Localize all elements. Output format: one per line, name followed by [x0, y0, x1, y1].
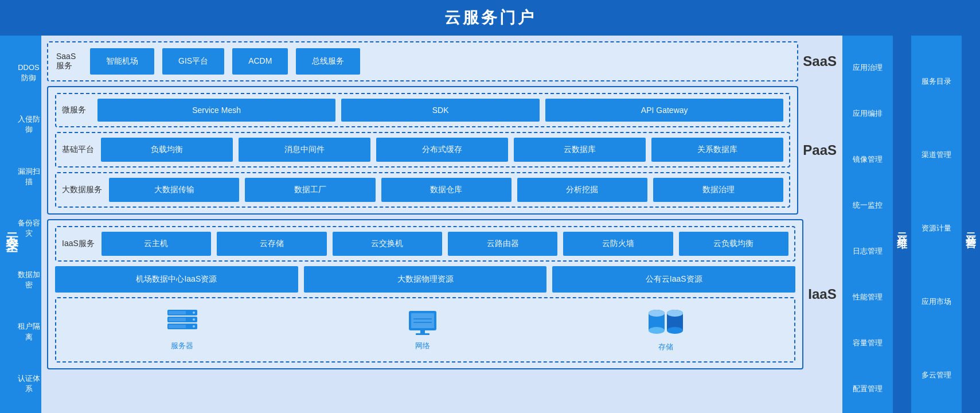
- iaas-service-label: IaaS服务: [62, 239, 95, 249]
- center-area: SaaS服务 智能机场 GIS平台 ACDM 总线服务 SaaS 微服务: [41, 36, 842, 413]
- svg-rect-10: [411, 313, 434, 328]
- yunwei-item-image-mgmt: 镜像管理: [853, 154, 883, 165]
- msg-middleware-item: 消息中间件: [239, 138, 370, 162]
- base-platform-row: 基础平台 负载均衡 消息中间件 分布式缓存 云数据库 关系数据库: [55, 132, 790, 167]
- yunyings-title: 云运营: [964, 225, 978, 232]
- bigdata-physical-resource: 大数据物理资源: [304, 266, 547, 293]
- yunwei-title-panel: 云运维: [893, 36, 911, 413]
- svg-point-4: [193, 318, 195, 321]
- cloud-host-item: 云主机: [101, 232, 211, 256]
- public-cloud-resource: 公有云IaaS资源: [552, 266, 795, 293]
- network-label: 网络: [415, 341, 430, 351]
- yunwei-item-config-mgmt: 配置管理: [853, 384, 883, 394]
- data-warehouse-item: 数据仓库: [381, 178, 512, 202]
- iaas-wrapper: IaaS服务 云主机 云存储 云交换机 云路由器 云防火墙 云负载均衡 机场数据…: [47, 219, 837, 369]
- security-title: 云安全: [3, 223, 21, 233]
- yunwei-item-unified-monitor: 统一监控: [853, 200, 883, 211]
- svg-rect-8: [169, 325, 186, 328]
- storage-icon: [645, 307, 686, 337]
- api-gateway-item: API Gateway: [545, 99, 783, 122]
- bigdata-row: 大数据服务 大数据传输 数据工厂 数据仓库 分析挖掘 数据治理: [55, 172, 790, 208]
- data-factory-item: 数据工厂: [245, 178, 375, 202]
- bigdata-items: 大数据传输 数据工厂 数据仓库 分析挖掘 数据治理: [109, 178, 783, 202]
- main-layout: 云安全 DDOS防御 入侵防御 漏洞扫描 备份容灾 数据加密 租户隔离 认证体系…: [0, 36, 980, 413]
- security-item-intrusion: 入侵防御: [16, 114, 41, 135]
- iaas-top-items: 云主机 云存储 云交换机 云路由器 云防火墙 云负载均衡: [101, 232, 788, 256]
- saas-items: 智能机场 GIS平台 ACDM 总线服务: [90, 48, 789, 75]
- airport-dc-resource: 机场数据中心IaaS资源: [55, 266, 298, 293]
- yunyings-item-app-market: 应用市场: [922, 297, 951, 307]
- cloud-firewall-item: 云防火墙: [563, 232, 673, 256]
- network-icon-item: 网络: [404, 309, 441, 351]
- iaas-resource-row: 机场数据中心IaaS资源 大数据物理资源 公有云IaaS资源: [55, 266, 795, 293]
- yunyings-item-service-catalog: 服务目录: [922, 76, 951, 87]
- yunwei-item-log-mgmt: 日志管理: [853, 246, 883, 256]
- paas-label: PaaS: [803, 142, 837, 158]
- paas-wrapper: 微服务 Service Mesh SDK API Gateway 基础平台 负载…: [47, 86, 837, 215]
- bigdata-transfer-item: 大数据传输: [109, 178, 239, 202]
- security-item-vulnerability: 漏洞扫描: [16, 166, 41, 187]
- relational-db-item: 关系数据库: [651, 138, 783, 162]
- storage-label: 存储: [658, 342, 673, 352]
- cloud-db-item: 云数据库: [514, 138, 646, 162]
- security-item-tenant: 租户隔离: [16, 321, 41, 342]
- saas-wrapper: SaaS服务 智能机场 GIS平台 ACDM 总线服务 SaaS: [47, 41, 837, 81]
- server-icon-item: 服务器: [164, 309, 201, 351]
- server-label: 服务器: [171, 341, 193, 351]
- security-item-encrypt: 数据加密: [16, 270, 41, 290]
- security-item-auth: 认证体系: [16, 373, 41, 394]
- yunyings-item-channel-mgmt: 渠道管理: [922, 150, 951, 160]
- base-platform-items: 负载均衡 消息中间件 分布式缓存 云数据库 关系数据库: [101, 138, 783, 162]
- yunyings-items-panel: 服务目录 渠道管理 资源计量 应用市场 多云管理: [911, 36, 962, 413]
- iaas-label: IaaS: [808, 286, 837, 302]
- saas-item-airport: 智能机场: [90, 48, 154, 75]
- svg-point-18: [649, 310, 665, 317]
- yunwei-item-app-orchestration: 应用编排: [853, 108, 883, 119]
- sdk-item: SDK: [341, 99, 540, 122]
- yunwei-title: 云运维: [895, 225, 909, 232]
- service-mesh-item: Service Mesh: [97, 99, 335, 122]
- network-icon: [404, 309, 441, 336]
- saas-item-acdm: ACDM: [232, 48, 288, 75]
- yunwei-items-panel: 应用治理 应用编排 镜像管理 统一监控 日志管理 性能管理 容量管理 配置管理: [842, 36, 893, 413]
- yunyings-title-panel: 云运营: [962, 36, 980, 413]
- cloud-lb-item: 云负载均衡: [679, 232, 788, 256]
- saas-row-label: SaaS服务: [56, 52, 82, 71]
- load-balance-item: 负载均衡: [101, 138, 233, 162]
- paas-section: 微服务 Service Mesh SDK API Gateway 基础平台 负载…: [47, 86, 798, 215]
- svg-point-21: [667, 327, 683, 334]
- svg-rect-7: [169, 318, 186, 321]
- iaas-top-row: IaaS服务 云主机 云存储 云交换机 云路由器 云防火墙 云负载均衡: [55, 226, 795, 262]
- physical-icons-row: 服务器: [55, 297, 795, 363]
- yunwei-item-capacity-mgmt: 容量管理: [853, 338, 883, 348]
- svg-rect-6: [169, 311, 186, 314]
- server-icon: [164, 309, 201, 336]
- yunyings-item-resource-metering: 资源计量: [922, 223, 951, 233]
- left-security-panel: 云安全 DDOS防御 入侵防御 漏洞扫描 备份容灾 数据加密 租户隔离 认证体系: [0, 36, 41, 413]
- cloud-switch-item: 云交换机: [333, 232, 442, 256]
- yunwei-item-perf-mgmt: 性能管理: [853, 292, 883, 302]
- microservice-row: 微服务 Service Mesh SDK API Gateway: [55, 93, 790, 127]
- cloud-storage-item: 云存储: [217, 232, 326, 256]
- header-title: 云服务门户: [444, 9, 536, 26]
- data-governance-item: 数据治理: [653, 178, 783, 202]
- page-container: 云服务门户 云安全 DDOS防御 入侵防御 漏洞扫描 备份容灾 数据加密 租户隔…: [0, 0, 980, 413]
- analysis-item: 分析挖掘: [517, 178, 647, 202]
- svg-point-22: [667, 310, 683, 317]
- dist-cache-item: 分布式缓存: [376, 138, 508, 162]
- page-header: 云服务门户: [0, 0, 980, 36]
- saas-item-gis: GIS平台: [162, 48, 224, 75]
- cloud-router-item: 云路由器: [448, 232, 557, 256]
- saas-item-bus: 总线服务: [296, 48, 360, 75]
- yunwei-item-app-governance: 应用治理: [853, 63, 883, 73]
- base-platform-label: 基础平台: [62, 145, 94, 155]
- svg-point-3: [193, 311, 195, 314]
- svg-point-17: [649, 327, 665, 334]
- iaas-section: IaaS服务 云主机 云存储 云交换机 云路由器 云防火墙 云负载均衡 机场数据…: [47, 219, 803, 369]
- security-item-ddos: DDOS防御: [18, 63, 40, 83]
- saas-section: SaaS服务 智能机场 GIS平台 ACDM 总线服务: [47, 41, 798, 81]
- microservice-items: Service Mesh SDK API Gateway: [97, 99, 783, 122]
- saas-label: SaaS: [803, 53, 837, 69]
- storage-icon-item: 存储: [645, 307, 686, 352]
- svg-rect-12: [416, 333, 430, 335]
